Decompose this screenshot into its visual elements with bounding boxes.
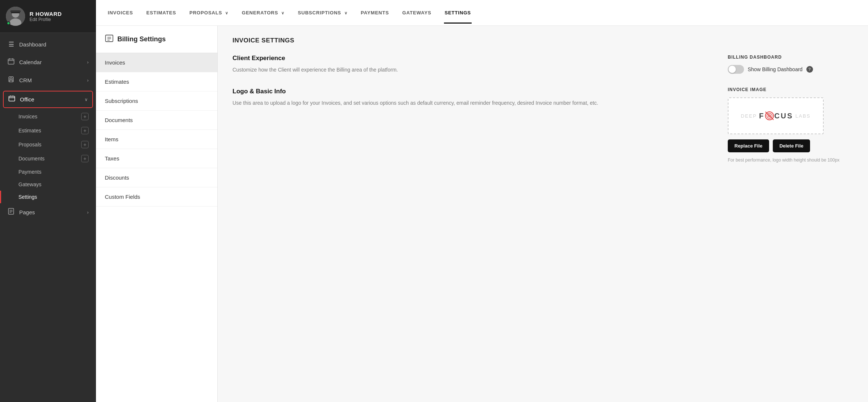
logo-focus: F CUS <box>759 111 793 121</box>
help-icon[interactable]: ? <box>806 66 813 73</box>
add-proposals-icon[interactable]: + <box>81 141 89 148</box>
billing-menu-item-custom-fields[interactable]: Custom Fields <box>96 187 217 207</box>
client-experience-desc: Customize how the Client will experience… <box>232 66 706 74</box>
svg-rect-16 <box>106 35 113 42</box>
calendar-icon <box>7 58 15 66</box>
sub-nav-label: Invoices <box>18 114 37 119</box>
billing-dashboard-section-title: BILLING DASHBOARD <box>728 55 853 60</box>
generators-dropdown-icon: ∨ <box>281 11 285 15</box>
sub-nav-item-proposals[interactable]: Proposals + <box>0 138 96 152</box>
add-documents-icon[interactable]: + <box>81 155 89 162</box>
chevron-right-icon: › <box>87 78 89 83</box>
sub-nav-item-payments[interactable]: Payments <box>0 166 96 178</box>
avatar-wrapper <box>6 7 25 26</box>
tab-estimates[interactable]: ESTIMATES <box>146 2 177 24</box>
billing-menu-item-invoices[interactable]: Invoices <box>96 53 217 72</box>
settings-grid: Client Experience Customize how the Clie… <box>232 55 853 163</box>
tab-subscriptions[interactable]: SUBSCRIPTIONS ∨ <box>297 2 348 24</box>
office-sub-nav: Invoices + Estimates + Proposals + Docum… <box>0 110 96 203</box>
billing-menu-item-subscriptions[interactable]: Subscriptions <box>96 91 217 111</box>
billing-menu-item-taxes[interactable]: Taxes <box>96 149 217 168</box>
delete-file-button[interactable]: Delete File <box>773 139 810 152</box>
sidebar-profile[interactable]: R HOWARD Edit Profile <box>0 0 96 33</box>
tab-gateways[interactable]: GATEWAYS <box>402 2 432 24</box>
sidebar: R HOWARD Edit Profile ☰ Dashboard Calend… <box>0 0 96 402</box>
toggle-label: Show Billing Dashboard <box>748 66 803 72</box>
chevron-right-icon: › <box>87 60 89 65</box>
top-nav: INVOICES ESTIMATES PROPOSALS ∨ GENERATOR… <box>96 0 868 26</box>
main-content: INVOICES ESTIMATES PROPOSALS ∨ GENERATOR… <box>96 0 868 402</box>
tab-payments[interactable]: PAYMENTS <box>360 2 390 24</box>
svg-rect-11 <box>9 96 15 101</box>
billing-dashboard-toggle[interactable] <box>728 65 744 74</box>
svg-rect-5 <box>8 59 14 64</box>
invoice-settings-title: INVOICE SETTINGS <box>232 37 853 44</box>
sidebar-item-calendar[interactable]: Calendar › <box>0 53 96 71</box>
add-invoices-icon[interactable]: + <box>81 113 89 120</box>
image-buttons: Replace File Delete File <box>728 139 853 152</box>
client-experience-section: Client Experience Customize how the Clie… <box>232 55 706 74</box>
office-highlight-border: Office ∨ <box>3 91 93 108</box>
client-experience-title: Client Experience <box>232 55 706 62</box>
billing-menu-item-items[interactable]: Items <box>96 130 217 149</box>
sidebar-item-label: Calendar <box>19 59 83 65</box>
subscriptions-dropdown-icon: ∨ <box>344 11 348 15</box>
sub-nav-label: Payments <box>18 169 41 175</box>
billing-menu-item-discounts[interactable]: Discounts <box>96 168 217 187</box>
add-estimates-icon[interactable]: + <box>81 127 89 134</box>
sub-nav-item-estimates[interactable]: Estimates + <box>0 124 96 138</box>
chevron-right-icon: › <box>87 210 89 215</box>
tab-generators[interactable]: GENERATORS ∨ <box>241 2 285 24</box>
sidebar-item-label: Dashboard <box>19 41 89 48</box>
billing-dashboard-row: Show Billing Dashboard ? <box>728 65 853 74</box>
toggle-knob <box>728 66 736 73</box>
logo-basic-info-title: Logo & Basic Info <box>232 88 706 95</box>
invoice-image-box: DEEP F CUS <box>728 97 824 134</box>
billing-menu-item-estimates[interactable]: Estimates <box>96 72 217 91</box>
lens-icon <box>765 111 774 121</box>
sidebar-item-crm[interactable]: CRM › <box>0 71 96 89</box>
sub-nav-label: Gateways <box>18 181 41 187</box>
billing-dashboard-section: BILLING DASHBOARD Show Billing Dashboard… <box>728 55 853 74</box>
tab-proposals[interactable]: PROPOSALS ∨ <box>189 2 229 24</box>
invoice-image-section: INVOICE IMAGE DEEP F <box>728 87 853 163</box>
sidebar-nav: ☰ Dashboard Calendar › CRM › Office <box>0 33 96 402</box>
dashboard-icon: ☰ <box>7 41 15 48</box>
svg-rect-4 <box>10 10 21 12</box>
sub-nav-item-invoices[interactable]: Invoices + <box>0 110 96 124</box>
sub-nav-label: Settings <box>18 194 37 200</box>
sub-nav-label: Proposals <box>18 142 41 148</box>
tab-invoices[interactable]: INVOICES <box>107 2 134 24</box>
sidebar-item-label: CRM <box>19 77 83 83</box>
tab-settings[interactable]: SETTINGS <box>444 2 472 24</box>
sub-nav-item-documents[interactable]: Documents + <box>0 152 96 166</box>
settings-left: Client Experience Customize how the Clie… <box>232 55 706 163</box>
sidebar-item-pages[interactable]: Pages › <box>0 203 96 221</box>
logo-basic-info-section: Logo & Basic Info Use this area to uploa… <box>232 88 706 108</box>
svg-point-10 <box>10 78 12 80</box>
billing-panel: Billing Settings Invoices Estimates Subs… <box>96 26 218 402</box>
billing-settings-icon <box>105 34 114 45</box>
logo-basic-info-desc: Use this area to upload a logo for your … <box>232 99 706 108</box>
proposals-dropdown-icon: ∨ <box>225 11 228 15</box>
billing-menu-item-documents[interactable]: Documents <box>96 111 217 130</box>
sub-nav-label: Estimates <box>18 128 41 134</box>
content-area: Billing Settings Invoices Estimates Subs… <box>96 26 868 402</box>
sub-nav-label: Documents <box>18 156 45 162</box>
pages-icon <box>7 208 15 216</box>
billing-panel-title: Billing Settings <box>117 35 166 43</box>
sidebar-item-dashboard[interactable]: ☰ Dashboard <box>0 36 96 53</box>
logo-image: DEEP F CUS <box>741 111 810 121</box>
sidebar-item-office[interactable]: Office ∨ <box>4 91 92 107</box>
sidebar-item-label: Office <box>20 96 80 103</box>
profile-edit-link[interactable]: Edit Profile <box>30 17 62 22</box>
sub-nav-item-gateways[interactable]: Gateways <box>0 178 96 191</box>
sub-nav-item-settings[interactable]: Settings <box>0 191 96 203</box>
chevron-down-icon: ∨ <box>85 97 88 102</box>
logo-labs: LABS <box>795 113 810 119</box>
profile-info: R HOWARD Edit Profile <box>30 11 62 22</box>
online-indicator <box>7 21 10 25</box>
replace-file-button[interactable]: Replace File <box>728 139 769 152</box>
logo-deep: DEEP <box>741 113 757 119</box>
office-icon <box>8 95 16 104</box>
